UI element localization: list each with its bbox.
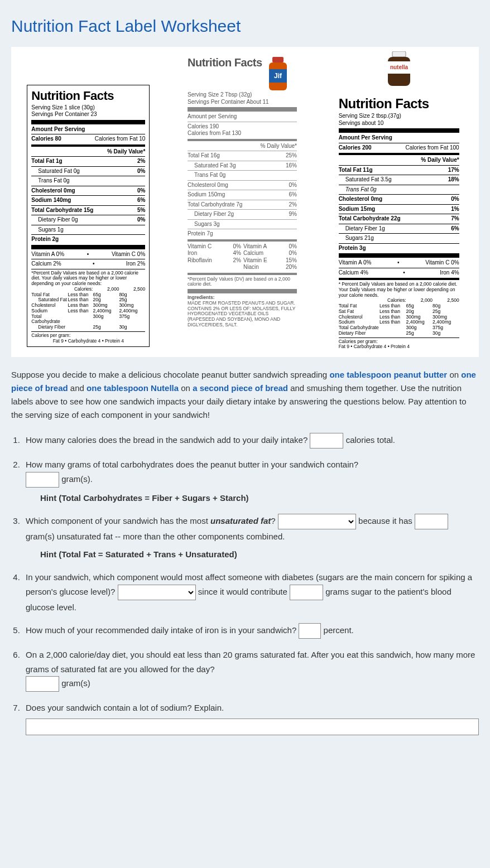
nutella-so-dv: 1% — [451, 206, 459, 213]
nutella-jar-icon: nutella — [335, 51, 463, 90]
jif-df-dv: 9% — [289, 211, 297, 218]
question-1: How many calories does the bread in the … — [22, 433, 479, 449]
q1-text-b: calories total. — [346, 435, 395, 445]
q6-input[interactable] — [26, 676, 59, 692]
jif-sf-dv: 16% — [286, 162, 297, 170]
bread-pr: Protein 2g — [31, 236, 145, 243]
nutella-t6a: Dietary Fiber — [339, 331, 379, 336]
q2-hint: Hint (Total Carbohydrates = Fiber + Suga… — [40, 491, 479, 505]
svg-text:nutella: nutella — [390, 64, 409, 70]
jif-sf: Saturated Fat 3g — [188, 162, 236, 170]
scenario-e0: one tablespoon peanut butter — [329, 370, 447, 379]
bread-cpg2: Fat 9 • Carbohydrate 4 • Protein 4 — [31, 339, 145, 344]
nutella-servings: Servings about 10 — [339, 120, 459, 127]
nutella-tf: Total Fat 11g — [339, 167, 373, 174]
bread-tc: Total Carbohydrate 15g — [31, 207, 93, 214]
q3-select[interactable] — [278, 514, 356, 529]
svg-rect-4 — [392, 51, 406, 57]
q2-input[interactable] — [26, 472, 59, 488]
q6-text-a: On a 2,000 calorie/day diet, you should … — [26, 650, 475, 674]
scenario-t3: on — [179, 383, 193, 393]
bread-ch-dv: 0% — [137, 187, 145, 195]
bread-so: Sodium 140mg — [31, 197, 71, 204]
q3-input[interactable] — [415, 514, 448, 529]
q1-text-a: How many calories does the bread in the … — [26, 435, 310, 445]
jif-column: Nutrition Facts Jif Serving Size 2 Tbsp … — [184, 51, 301, 331]
jif-fe: Iron — [188, 250, 197, 257]
nutella-va: Vitamin A 0% — [339, 259, 372, 267]
nutella-t6d: 30g — [433, 331, 459, 336]
jif-tf: Total Fat 16g — [188, 152, 220, 160]
jif-ch-dv: 0% — [289, 182, 297, 189]
q3-hint: Hint (Total Fat = Saturated + Trans + Un… — [40, 547, 479, 562]
jif-serving: Serving Size 2 Tbsp (32g) — [188, 91, 297, 99]
nutella-sf: Saturated Fat 3.5g — [339, 176, 392, 184]
q2-text-a: How many grams of total carbohydrates do… — [26, 460, 358, 469]
scenario-t0: Suppose you decide to make a delicious c… — [11, 370, 329, 379]
nutella-column: nutella Nutrition Facts Serving Size 2 t… — [335, 51, 463, 353]
nutella-ch-dv: 0% — [451, 196, 459, 203]
q3-text-c: because it has — [358, 516, 415, 525]
q5-text-b: percent. — [324, 625, 354, 635]
jif-rb-dv: 2% — [233, 257, 241, 264]
jif-vc-dv: 0% — [233, 243, 241, 250]
nutella-t6c: 25g — [406, 331, 433, 336]
jif-trf: Trans Fat 0g — [188, 172, 297, 179]
q3-text-b: ? — [271, 516, 278, 525]
nutella-tc: Total Carbohydrate 22g — [339, 215, 401, 223]
bread-note: *Percent Daily Values are based on a 2,0… — [31, 271, 145, 287]
scenario-t1: on — [447, 370, 461, 379]
bread-aps: Amount Per Serving — [31, 126, 145, 133]
bread-t6d: 30g — [119, 325, 145, 330]
jif-so-dv: 6% — [289, 191, 297, 199]
bread-sf: Saturated Fat 0g — [31, 168, 80, 175]
nutella-df: Dietary Fiber 1g — [339, 225, 385, 233]
question-4: In your sandwich, which component would … — [22, 570, 479, 614]
bread-t5c: 300g — [93, 314, 119, 325]
question-list: How many calories does the bread in the … — [11, 433, 479, 735]
bread-so-dv: 6% — [137, 197, 145, 204]
jif-fe-dv: 4% — [233, 250, 241, 257]
bread-df: Dietary Fiber 0g — [31, 216, 78, 224]
q7-input[interactable] — [26, 718, 479, 735]
bread-label: Nutrition Facts Serving Size 1 slice (30… — [27, 85, 150, 347]
q5-input[interactable] — [299, 623, 321, 639]
bread-ca: Calcium 2% — [31, 261, 61, 268]
jif-cal: Calories 190 — [188, 123, 297, 131]
jif-dv: % Daily Value* — [188, 143, 297, 150]
nutella-df-dv: 6% — [451, 225, 459, 233]
q5-text-a: How much of your recommended daily intak… — [26, 625, 299, 635]
nutella-tc-dv: 7% — [451, 215, 459, 223]
nutella-pr: Protein 3g — [339, 245, 459, 252]
jif-ca: Calcium — [243, 250, 263, 257]
jif-va: Vitamin A — [243, 243, 267, 250]
jif-ve-dv: 15% — [286, 257, 297, 264]
q3-emph: unsaturated fat — [210, 516, 271, 525]
bread-t4b: Less than — [68, 308, 93, 314]
jif-su: Sugars 3g — [188, 221, 297, 228]
jif-tc-dv: 2% — [289, 201, 297, 209]
nutella-t4b: Less than — [379, 320, 406, 325]
question-2: How many grams of total carbohydrates do… — [22, 457, 479, 505]
q4-input[interactable] — [290, 585, 323, 600]
q1-input[interactable] — [310, 433, 343, 449]
nutella-cff: Calories from Fat 100 — [405, 144, 459, 152]
nutella-title: Nutrition Facts — [339, 95, 459, 112]
svg-rect-0 — [272, 57, 284, 62]
bread-t5a: Total Carbohydrate — [31, 314, 68, 325]
jif-tc: Total Carbohydrate 7g — [188, 201, 242, 209]
bread-t6a: Dietary Fiber — [31, 325, 68, 330]
q2-text-b: gram(s). — [61, 474, 93, 484]
jif-rb: Riboflavin — [188, 257, 212, 264]
svg-text:Jif: Jif — [274, 72, 282, 80]
bread-cff: Calories from Fat 10 — [95, 136, 146, 143]
scenario-e2: one tablespoon Nutella — [87, 383, 179, 393]
q4-select[interactable] — [118, 585, 196, 600]
nutella-ch: Cholesterol 0mg — [339, 196, 382, 203]
jif-vc: Vitamin C — [188, 243, 212, 250]
bread-t5d: 375g — [119, 314, 145, 325]
jif-aps: Amount per Serving — [188, 113, 297, 120]
question-5: How much of your recommended daily intak… — [22, 623, 479, 639]
nutella-cal: Calories 200 — [339, 144, 372, 152]
bread-tf-dv: 2% — [137, 158, 145, 165]
